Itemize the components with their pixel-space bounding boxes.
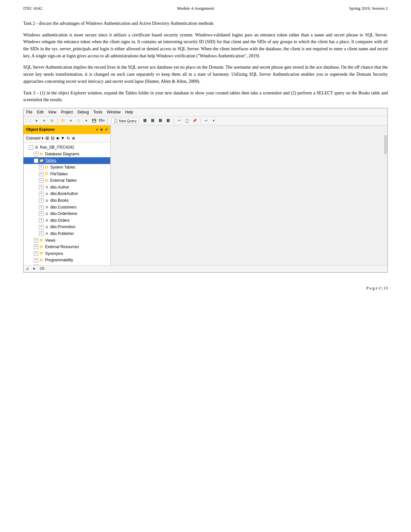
tree-label: External Resources [45,244,79,250]
tree-item[interactable]: -📁Tables [24,157,110,164]
tree-item[interactable]: +📁Service Broker [24,264,110,265]
menu-item-edit[interactable]: Edit [37,109,44,115]
menu-item-view[interactable]: View [48,109,56,115]
new-query-button[interactable]: 📋 New Query [111,118,139,123]
filter-icon[interactable]: ▼ [61,135,65,141]
ssms-statusbar: ⊙ ▼ ·DB [24,265,387,272]
disconnect-icon[interactable]: ⊞ [45,135,49,141]
folder-icon[interactable]: 📁 [60,118,66,124]
ssms-toolbar[interactable]: ⋮⋮ ● ▾ ⊙ 📁 ▾ □ ▾ 💾 💾⊕ 📋 New Query 🗄️ 🗄️ … [24,116,387,125]
expand-btn-5[interactable]: + [39,185,44,189]
expand-btn-13[interactable]: + [34,238,38,243]
db-icon3: 🗄️ [157,118,163,124]
object-explorer-header: Object Explorer ▾ ⊕ ✕ [24,125,110,134]
paste-icon[interactable]: 📌 [191,118,198,124]
header-center: Module 4 Assignment [177,6,214,11]
tree-item[interactable]: +📁External Tables [24,177,110,184]
arrow-icon: ▾ [41,118,47,124]
expand-btn-2[interactable]: + [39,165,44,169]
tree-item[interactable]: +⊞dbo.BookAuthor [24,190,110,197]
expand-btn-3[interactable]: + [39,172,44,176]
back-icon[interactable]: ● [33,118,40,124]
tree-item-db[interactable]: - 🖥 Rao_DB_ITEC4242 [24,144,110,151]
sql-auth-paragraph: SQL Server Authentication implies the re… [23,64,388,85]
tree-label: Views [45,237,55,244]
expand-btn-12[interactable]: + [39,231,44,236]
tree-label: dbo.BookAuthor [50,191,78,197]
expand-btn-11[interactable]: + [39,225,44,229]
windows-auth-paragraph: Windows authentication is more secure si… [23,32,388,60]
tree-label: dbo.OrderItems [50,211,77,217]
tree-label: Synonyms [45,251,63,257]
tree-label: dbo.Author [50,184,69,190]
tree-item[interactable]: +📁Views [24,237,110,244]
close-icon[interactable]: ✕ [105,127,108,132]
expand-btn-14[interactable]: + [34,245,38,249]
right-panel [111,125,387,265]
tree-item[interactable]: +⊞dbo.Author [24,184,110,191]
tree-label: Programmability [45,257,73,263]
object-explorer-toolbar: Connect ▾ ⊞ ⊟ ■ ▼ ↻ ⊕ [24,134,110,143]
refresh2-icon[interactable]: ↻ [67,135,70,141]
cut-icon[interactable]: ✂ [176,118,182,124]
tree-label: Database Diagrams [45,151,79,157]
ssms-main: Object Explorer ▾ ⊕ ✕ Connect ▾ ⊞ ⊟ ■ ▼ … [24,125,387,265]
tree-label: dbo.Orders [50,218,70,224]
tree-item[interactable]: +⊞dbo.Publisher [24,230,110,237]
tree-item[interactable]: +⊞dbo.Promotion [24,224,110,230]
menu-item-debug[interactable]: Debug [77,109,89,115]
copy-icon[interactable]: 📋 [184,118,190,124]
expand-btn-6[interactable]: + [39,192,44,196]
tree-item[interactable]: +📁Programmability [24,257,110,264]
tree-label: System Tables [50,164,75,170]
expand-btn-8[interactable]: + [39,205,44,209]
pin2-icon[interactable]: ⊕ [100,127,103,132]
arrow3-icon: ▾ [83,118,90,124]
header-controls: ▾ ⊕ ✕ [96,127,108,132]
tree-item[interactable]: +⊞dbo.Books [24,197,110,204]
save-all-icon[interactable]: 💾⊕ [99,118,105,124]
tree-item[interactable]: +⊞dbo.OrderItems [24,210,110,217]
header-right: Spring 2019, Session 2 [349,6,388,11]
tree-label: dbo.Promotion [50,224,75,230]
more-icon[interactable]: ⊕ [72,135,75,141]
page-header: ITEC 4242 Module 4 Assignment Spring 201… [0,0,411,14]
tree-item[interactable]: +📁External Resources [24,244,110,250]
menu-item-project[interactable]: Project [61,109,73,115]
task2-heading: Task 2 - discuss the advantages of Windo… [23,20,388,27]
undo-icon[interactable]: ↩ [203,118,209,124]
tree-item[interactable]: +⊞dbo.Orders [24,217,110,224]
db-icon: 🖥 [34,145,39,150]
expand-btn-4[interactable]: + [39,178,44,183]
expand-btn-7[interactable]: + [39,198,44,203]
menu-item-file[interactable]: File [26,109,32,115]
connect-label[interactable]: Connect ▾ [26,135,44,141]
new-query-label: New Query [119,119,137,123]
menu-item-tools[interactable]: Tools [93,109,103,115]
task3-heading: Task 3 – (1) in the object Explorer wind… [23,90,388,103]
expand-btn-0[interactable]: + [34,152,38,156]
save-icon[interactable]: 💾 [91,118,97,124]
tree-item[interactable]: +⊞dbo.Customers [24,204,110,211]
tree-item[interactable]: +📁FileTables [24,171,110,178]
expand-btn-9[interactable]: + [39,211,44,216]
pin-icon[interactable]: ▾ [96,127,98,132]
circle-icon: ⊙ [49,118,55,124]
db-icon2: 🗄️ [149,118,156,124]
tree-item[interactable]: +📁System Tables [24,164,110,171]
db-expand-btn[interactable]: - [29,145,33,150]
tree-item[interactable]: +📁Database Diagrams [24,151,110,158]
new-doc-icon: □ [75,118,82,124]
tree-item[interactable]: +📁Synonyms [24,250,110,257]
expand-btn-10[interactable]: + [39,218,44,223]
refresh-icon[interactable]: ⊟ [51,135,54,141]
page-footer: P a g e 2 | 13 [0,282,411,294]
expand-btn-15[interactable]: + [34,251,38,256]
header-left: ITEC 4242 [23,6,42,11]
expand-btn-1[interactable]: - [34,159,38,163]
menu-item-help[interactable]: Help [125,109,133,115]
expand-btn-17[interactable]: + [34,265,38,265]
query-icon: 📋 [113,119,118,123]
expand-btn-16[interactable]: + [34,258,38,263]
menu-item-window[interactable]: Window [107,109,121,115]
